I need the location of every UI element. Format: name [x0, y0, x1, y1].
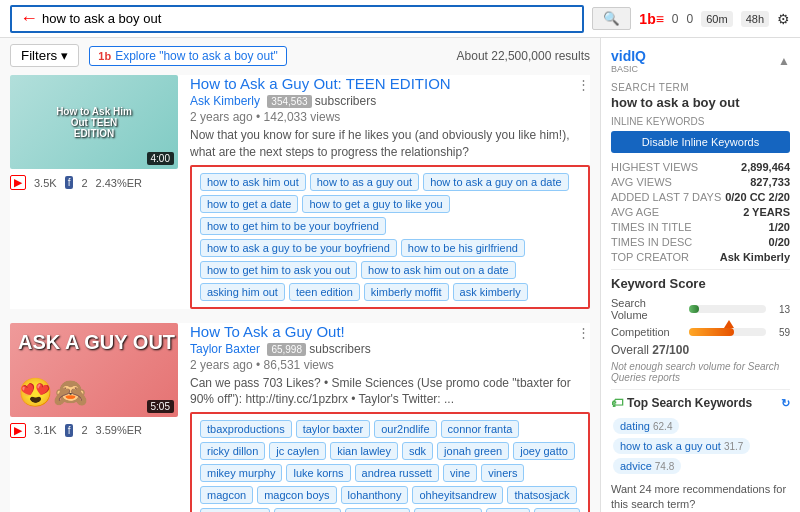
search-input[interactable] — [42, 11, 574, 26]
thumb-label-1: How to Ask Him Out TEEN EDITION — [54, 106, 134, 139]
filters-label: Filters — [21, 48, 57, 63]
keyword-tag[interactable]: how to ask him out on a date — [361, 261, 516, 279]
video-stats-2: ▶ 3.1K f 2 3.59%ER — [10, 423, 178, 438]
keyword-tag[interactable]: lohanthony — [341, 486, 409, 504]
keyword-tag[interactable]: asking him out — [200, 283, 285, 301]
settings-icon[interactable]: ⚙ — [777, 11, 790, 27]
keyword-tag[interactable]: tbaxproductions — [200, 420, 292, 438]
video-card-1: How to Ask Him Out TEEN EDITION 4:00 ▶ 3… — [10, 75, 590, 309]
keyword-tag[interactable]: how to be his girlfriend — [401, 239, 525, 257]
kw-chip-score: 74.8 — [655, 461, 674, 472]
keyword-tag[interactable]: vine — [443, 464, 477, 482]
keyword-tag[interactable]: magcon — [200, 486, 253, 504]
refresh-icon[interactable]: ↻ — [781, 397, 790, 410]
youtube-logo: 1b≡ — [639, 11, 664, 27]
keyword-tag[interactable]: how to get him to be your boyfriend — [200, 217, 386, 235]
competition-label: Competition — [611, 326, 683, 338]
video-desc-2: Can we pass 703 Likes? • Smile Sciences … — [190, 375, 590, 409]
stat-value: 827,733 — [750, 176, 790, 188]
keyword-tag[interactable]: how to ask him out — [200, 173, 306, 191]
stat-row: TOP CREATORAsk Kimberly — [611, 251, 790, 263]
keyword-tag[interactable]: andrea russett — [355, 464, 439, 482]
stat-label: AVG AGE — [611, 206, 659, 218]
keyword-tag[interactable]: kian lawley — [330, 442, 398, 460]
yt-stat-1: 3.5K — [34, 177, 57, 189]
not-enough-text: Not enough search volume for Search Quer… — [611, 361, 790, 383]
stat-row: AVG VIEWS827,733 — [611, 176, 790, 188]
collapse-icon[interactable]: ▲ — [778, 54, 790, 68]
thumbnail-1: How to Ask Him Out TEEN EDITION 4:00 — [10, 75, 178, 169]
tag-icon: 🏷 — [611, 396, 623, 410]
top-kw-chip[interactable]: dating62.4 — [613, 418, 679, 434]
competition-row: Competition 59 — [611, 326, 790, 338]
keyword-tag[interactable]: luke korns — [286, 464, 350, 482]
competition-triangle — [724, 320, 734, 328]
yt-stat-2: 3.1K — [34, 424, 57, 436]
keyword-tag[interactable]: ask kimberly — [453, 283, 528, 301]
keyword-tag[interactable]: jonah green — [437, 442, 509, 460]
keyword-tag[interactable]: magcon boys — [257, 486, 336, 504]
keyword-tag[interactable]: mikey murphy — [200, 464, 282, 482]
channel-name-1[interactable]: Ask Kimberly — [190, 94, 260, 108]
filters-button[interactable]: Filters ▾ — [10, 44, 79, 67]
divider-2 — [611, 389, 790, 390]
keyword-tag[interactable]: sdk — [402, 442, 433, 460]
keyword-tag[interactable]: thatsosjack — [507, 486, 576, 504]
channel-row-2: Taylor Baxter 65,998 subscribers — [190, 342, 590, 356]
sub-count-1: 354,563 — [267, 95, 311, 108]
video-title-2[interactable]: How To Ask a Guy Out! — [190, 323, 345, 340]
chevron-down-icon: ▾ — [61, 48, 68, 63]
keyword-tag[interactable]: how to get him to ask you out — [200, 261, 357, 279]
stat-row: ADDED LAST 7 DAYS0/20 CC 2/20 — [611, 191, 790, 203]
disable-inline-btn[interactable]: Disable Inline Keywords — [611, 131, 790, 153]
duration-2: 5:05 — [147, 400, 174, 413]
video-desc-1: Now that you know for sure if he likes y… — [190, 127, 590, 161]
top-kw-chip[interactable]: how to ask a guy out31.7 — [613, 438, 750, 454]
stat-value: Ask Kimberly — [720, 251, 790, 263]
keyword-tag[interactable]: how to ask a guy on a date — [423, 173, 568, 191]
keyword-tag[interactable]: kimberly moffit — [364, 283, 449, 301]
divider-1 — [611, 269, 790, 270]
video-title-1[interactable]: How to Ask a Guy Out: TEEN EDITION — [190, 75, 451, 92]
keyword-tag[interactable]: caspar lee — [345, 508, 410, 512]
keyword-tag[interactable]: tyler oakley — [200, 508, 270, 512]
thumb-emoji-2: 😍🙈 — [18, 376, 88, 409]
filters-row: Filters ▾ 1b Explore "how to ask a boy o… — [10, 44, 590, 67]
keyword-tag[interactable]: our2ndlife — [374, 420, 436, 438]
explore-tag[interactable]: 1b Explore "how to ask a boy out" — [89, 46, 286, 66]
keyword-tag[interactable]: troye sivan — [274, 508, 341, 512]
keyword-tag[interactable]: how to get a guy to like you — [302, 195, 449, 213]
more-icon-1[interactable]: ⋮ — [577, 77, 590, 92]
vidiq-logo: vidIQ — [611, 48, 646, 64]
video-meta-2: 2 years ago • 86,531 views — [190, 358, 590, 372]
keyword-tag[interactable]: ohheyitsandrew — [412, 486, 503, 504]
vidiq-basic-label: BASIC — [611, 64, 646, 74]
keyword-tag[interactable]: how to ask a guy to be your boyfriend — [200, 239, 397, 257]
fb-stat-1: 2 — [81, 177, 87, 189]
keyword-tag[interactable]: advice — [534, 508, 580, 512]
keyword-tag[interactable]: teen edition — [289, 283, 360, 301]
keyword-tag[interactable]: taylor baxter — [296, 420, 371, 438]
keyword-tag[interactable]: connor franta — [441, 420, 520, 438]
keyword-tag[interactable]: viners — [481, 464, 524, 482]
keyword-tag[interactable]: jc caylen — [269, 442, 326, 460]
keyword-tag[interactable]: how to get a date — [200, 195, 298, 213]
keyword-tag[interactable]: thatcherjoe — [414, 508, 482, 512]
explore-label: Explore "how to ask a boy out" — [115, 49, 278, 63]
kw-chip-score: 31.7 — [724, 441, 743, 452]
more-icon-2[interactable]: ⋮ — [577, 325, 590, 340]
top-kw-chip[interactable]: advice74.8 — [613, 458, 681, 474]
sidebar-header: vidIQ BASIC ▲ — [611, 48, 790, 74]
video-age-1: 2 years ago — [190, 110, 253, 124]
channel-name-2[interactable]: Taylor Baxter — [190, 342, 260, 356]
keyword-tag[interactable]: how to as a guy out — [310, 173, 419, 191]
thumb-label-2: ASK A GUY OUT — [18, 331, 175, 354]
search-button[interactable]: 🔍 — [592, 7, 631, 30]
keyword-tag[interactable]: ricky dillon — [200, 442, 265, 460]
keyword-tag[interactable]: dating — [486, 508, 530, 512]
search-volume-bar-wrap — [689, 305, 766, 313]
search-volume-row: Search Volume 13 — [611, 297, 790, 321]
video-views-1: 142,033 views — [264, 110, 341, 124]
keyword-tag[interactable]: joey gatto — [513, 442, 575, 460]
competition-bar-wrap — [689, 328, 766, 336]
